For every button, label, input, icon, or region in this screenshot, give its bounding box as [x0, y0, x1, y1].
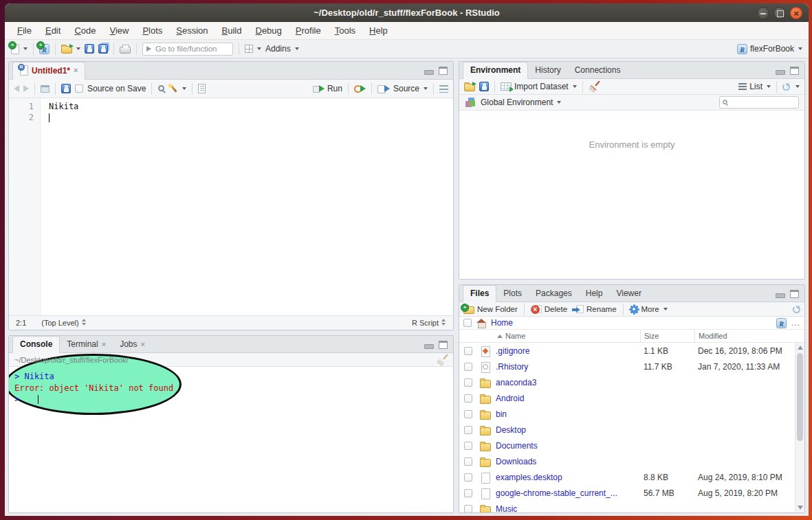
save-all-button[interactable] [98, 44, 108, 54]
menu-view[interactable]: View [102, 23, 135, 38]
clear-environment-icon[interactable] [589, 81, 600, 92]
menu-plots[interactable]: Plots [135, 23, 169, 38]
save-button[interactable] [85, 44, 94, 54]
source-on-save-checkbox[interactable] [75, 84, 83, 93]
find-replace-icon[interactable] [158, 85, 164, 91]
file-row[interactable]: anaconda3 [459, 374, 804, 390]
file-name-link[interactable]: Music [496, 504, 517, 513]
minimize-pane-icon[interactable] [424, 70, 434, 75]
goto-file-box[interactable] [142, 43, 233, 56]
addins-button[interactable]: Addins [265, 44, 299, 54]
minimize-pane-icon[interactable] [424, 344, 434, 349]
scroll-up-icon[interactable] [798, 346, 803, 350]
vertical-scrollbar[interactable] [795, 343, 804, 512]
tab-jobs[interactable]: Jobs× [113, 337, 152, 352]
menu-session[interactable]: Session [169, 23, 215, 38]
select-all-checkbox[interactable] [463, 319, 472, 327]
project-menu-button[interactable]: flexForBook [737, 44, 802, 54]
refresh-icon[interactable] [782, 83, 790, 91]
home-link[interactable]: Home [491, 318, 513, 328]
file-row[interactable]: .Rhistory 11.7 KB Jan 7, 2020, 11:33 AM [459, 359, 804, 374]
chevron-down-icon[interactable] [182, 87, 186, 90]
file-row[interactable]: Android [459, 390, 804, 406]
file-checkbox[interactable] [464, 489, 472, 497]
more-button[interactable]: More [630, 305, 668, 314]
file-checkbox[interactable] [464, 505, 472, 513]
menu-file[interactable]: File [10, 23, 39, 38]
rerun-icon[interactable] [354, 84, 366, 93]
scroll-down-icon[interactable] [798, 506, 803, 510]
menu-build[interactable]: Build [215, 23, 249, 38]
column-header-modified[interactable]: Modified [694, 330, 795, 342]
minimize-button[interactable] [757, 7, 769, 19]
file-name-link[interactable]: .Rhistory [496, 362, 528, 372]
tab-connections[interactable]: Connections [568, 63, 628, 78]
open-file-button[interactable] [61, 44, 80, 54]
file-row[interactable]: Documents [459, 438, 804, 453]
rename-button[interactable]: Rename [572, 305, 616, 313]
title-bar[interactable]: ~/Desktop/old/r_stuff/flexForBook - RStu… [5, 3, 809, 22]
close-icon[interactable]: × [102, 341, 106, 348]
maximize-pane-icon[interactable] [439, 67, 448, 75]
file-checkbox[interactable] [464, 426, 472, 434]
file-name-link[interactable]: Downloads [496, 457, 536, 466]
tab-environment[interactable]: Environment [463, 62, 528, 79]
delete-button[interactable]: Delete [531, 305, 567, 313]
goto-file-input[interactable] [154, 44, 229, 54]
tab-viewer[interactable]: Viewer [609, 286, 648, 302]
tab-terminal[interactable]: Terminal× [60, 337, 113, 352]
file-row[interactable]: Desktop [459, 422, 804, 438]
menu-edit[interactable]: Edit [39, 23, 67, 38]
tab-history[interactable]: History [528, 63, 567, 78]
maximize-pane-icon[interactable] [790, 67, 799, 75]
file-checkbox[interactable] [464, 473, 472, 482]
code-tools-icon[interactable] [171, 84, 177, 92]
tab-plots[interactable]: Plots [496, 286, 529, 302]
forward-icon[interactable] [23, 85, 29, 92]
refresh-icon[interactable] [793, 306, 800, 313]
menu-tools[interactable]: Tools [328, 23, 362, 38]
maximize-pane-icon[interactable] [790, 290, 799, 298]
file-type-selector[interactable]: R Script [412, 319, 446, 327]
pane-layout-button[interactable] [245, 45, 261, 53]
environment-scope-selector[interactable]: Global Environment [481, 98, 561, 107]
list-view-button[interactable]: List [738, 82, 771, 91]
console-output[interactable]: > Nikita Error: object 'Nikita' not foun… [9, 367, 453, 512]
column-header-name[interactable]: Name [494, 330, 640, 342]
editor-content[interactable]: Nikita [41, 98, 78, 315]
file-row[interactable]: bin [459, 406, 804, 422]
environment-search-box[interactable] [719, 96, 799, 109]
file-checkbox[interactable] [464, 378, 472, 387]
clear-console-icon[interactable] [437, 354, 448, 365]
tab-help[interactable]: Help [579, 286, 610, 302]
close-button[interactable] [790, 7, 802, 19]
back-icon[interactable] [14, 85, 19, 92]
file-name-link[interactable]: examples.desktop [496, 473, 562, 482]
file-row[interactable]: Downloads [459, 453, 804, 469]
menu-profile[interactable]: Profile [289, 23, 328, 38]
file-row[interactable]: .gitignore 1.1 KB Dec 16, 2019, 8:06 PM [459, 343, 804, 359]
file-row[interactable]: Music [459, 501, 804, 512]
close-icon[interactable]: × [141, 341, 145, 348]
menu-debug[interactable]: Debug [249, 23, 289, 38]
chevron-down-icon[interactable] [795, 85, 800, 88]
file-name-link[interactable]: google-chrome-stable_current_... [496, 488, 617, 498]
file-checkbox[interactable] [464, 457, 472, 466]
file-checkbox[interactable] [464, 442, 472, 450]
compile-report-icon[interactable] [198, 84, 206, 93]
new-folder-button[interactable]: New Folder [463, 304, 518, 314]
file-name-link[interactable]: Documents [496, 441, 538, 451]
tab-untitled1[interactable]: Untitled1* × [12, 62, 85, 80]
maximize-button[interactable] [773, 7, 786, 19]
file-name-link[interactable]: .gitignore [496, 346, 529, 356]
file-checkbox[interactable] [464, 394, 472, 403]
scrollbar-thumb[interactable] [797, 353, 803, 441]
file-name-link[interactable]: anaconda3 [496, 378, 536, 387]
project-folder-icon[interactable] [776, 318, 787, 328]
file-name-link[interactable]: bin [496, 409, 507, 419]
new-project-button[interactable] [39, 44, 50, 54]
minimize-pane-icon[interactable] [776, 293, 785, 298]
new-file-button[interactable] [11, 44, 28, 54]
file-checkbox[interactable] [464, 363, 472, 371]
code-editor[interactable]: 1 2 Nikita [9, 98, 453, 315]
